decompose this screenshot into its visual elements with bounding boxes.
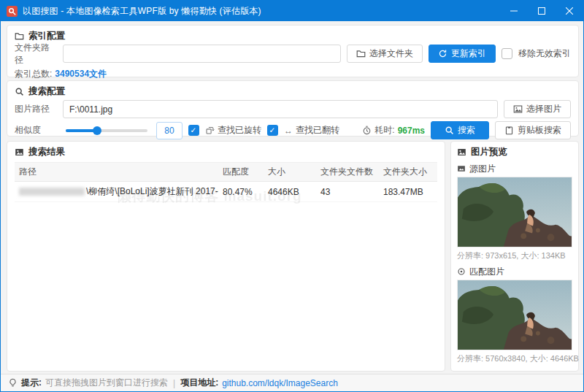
stopwatch-icon [362,126,372,135]
search-icon [445,126,454,135]
folder-icon [15,31,24,41]
result-folder-size: 183.47MB [379,182,437,202]
refresh-icon [438,49,447,58]
preview-title: 图片预览 [471,146,507,158]
rotate-icon [205,126,215,135]
tip-text: 可直接拖拽图片到窗口进行搜索 [45,377,168,389]
close-button[interactable] [556,1,583,21]
find-flipped-checkbox[interactable] [267,125,278,136]
lightbulb-icon [8,378,18,388]
source-image-info: 分辨率: 973x615, 大小: 134KB [457,250,572,261]
project-link[interactable]: github.com/ldqk/ImageSearch [222,378,338,388]
index-total-label: 索引总数: [15,68,52,80]
clipboard-icon [504,126,514,135]
result-path: \柳侑绮\[BoLoLi]波萝社新刊 2017-05-09 Vol.054 柳侑… [86,186,218,196]
source-image-label: 源图片 [469,163,496,175]
index-config-title: 索引配置 [28,30,65,42]
preview-card: 图片预览 源图片 分辨率: 973x615, 大小: 134KB 匹配图片 分辨… [450,141,579,372]
matched-image-thumbnail[interactable] [457,280,572,350]
image-icon [513,104,523,114]
similarity-label: 相似度 [15,124,57,137]
result-row[interactable]: \柳侑绮\[BoLoLi]波萝社新刊 2017-05-09 Vol.054 柳侑… [15,182,437,202]
find-flipped-option: ↔ 查找已翻转 [284,124,339,137]
remove-invalid-label: 移除无效索引 [518,47,571,60]
matched-image-info: 分辨率: 5760x3840, 大小: 4646KB [457,353,572,364]
result-size: 4646KB [264,182,316,202]
index-total-value: 3490534文件 [55,68,107,80]
clipboard-search-button[interactable]: 剪贴板搜索 [495,121,571,139]
column-size[interactable]: 大小 [264,163,316,182]
censored-path-segment [19,188,85,196]
remove-invalid-checkbox[interactable] [502,48,512,59]
result-path-cell: \柳侑绮\[BoLoLi]波萝社新刊 2017-05-09 Vol.054 柳侑… [15,182,218,202]
app-window: 以图搜图 - 本地图像检索工具WPF版 by 懒得勤快 (评估版本) 索引配置 … [0,0,584,392]
image-icon [457,164,466,173]
index-config-header: 索引配置 [15,29,571,42]
image-icon [457,147,466,157]
elapsed-label: 耗时: [374,124,394,137]
results-header: 搜索结果 [15,145,437,158]
elapsed-value: 967ms [398,126,425,136]
elapsed-time: 耗时: 967ms [362,124,425,137]
find-rotated-checkbox[interactable] [188,125,199,136]
results-card: 搜索结果 路径 匹配度 大小 文件夹文件数 文件夹大小 \柳侑绮\[BoLoLi… [7,141,445,372]
slider-handle[interactable] [93,126,101,135]
folder-path-label: 文件夹路径 [15,42,57,66]
search-config-header: 搜索配置 [15,85,571,98]
statusbar-divider: | [173,378,175,388]
update-index-button[interactable]: 更新索引 [429,45,496,63]
result-folder-count: 43 [316,182,379,202]
find-rotated-label: 查找已旋转 [218,124,261,137]
result-match: 80.47% [218,182,264,202]
source-image-thumbnail[interactable] [457,177,572,247]
project-label: 项目地址: [180,377,218,389]
statusbar: 提示: 可直接拖拽图片到窗口进行搜索 | 项目地址: github.com/ld… [1,374,583,391]
results-table: 路径 匹配度 大小 文件夹文件数 文件夹大小 \柳侑绮\[BoLoLi]波萝社新… [15,162,437,202]
source-image-label-row: 源图片 [457,163,572,174]
find-flipped-label: 查找已翻转 [296,124,339,137]
search-button[interactable]: 搜索 [431,121,489,139]
window-title: 以图搜图 - 本地图像检索工具WPF版 by 懒得勤快 (评估版本) [23,5,261,18]
tip-label: 提示: [21,377,42,389]
similarity-slider[interactable] [66,126,147,136]
results-title: 搜索结果 [28,146,65,158]
image-path-input[interactable] [63,100,498,118]
folder-icon [356,49,366,58]
flip-icon: ↔ [284,126,293,136]
results-header-row: 路径 匹配度 大小 文件夹文件数 文件夹大小 [15,163,437,182]
matched-image-label-row: 匹配图片 [457,266,572,277]
target-icon [457,267,466,276]
column-path[interactable]: 路径 [15,163,218,182]
titlebar: 以图搜图 - 本地图像检索工具WPF版 by 懒得勤快 (评估版本) [1,1,583,21]
column-folder-count[interactable]: 文件夹文件数 [316,163,379,182]
maximize-button[interactable] [528,1,556,21]
image-path-label: 图片路径 [15,103,57,115]
column-match[interactable]: 匹配度 [218,163,264,182]
choose-image-button[interactable]: 选择图片 [504,100,571,118]
matched-image-label: 匹配图片 [469,266,504,278]
search-config-title: 搜索配置 [28,85,65,98]
similarity-value-input[interactable] [156,122,182,139]
search-config-card: 搜索配置 图片路径 选择图片 相似度 查找已旋转 [7,80,579,137]
column-folder-size[interactable]: 文件夹大小 [379,163,437,182]
find-rotated-option: 查找已旋转 [205,124,261,137]
search-icon [15,87,24,96]
index-config-card: 索引配置 文件夹路径 选择文件夹 更新索引 移除无效索引 索引总数: 34905… [7,25,579,77]
app-icon [7,6,18,17]
image-icon [15,147,24,157]
folder-path-input[interactable] [63,45,341,63]
minimize-button[interactable] [500,1,528,21]
preview-header: 图片预览 [457,145,572,158]
choose-folder-button[interactable]: 选择文件夹 [347,45,423,63]
